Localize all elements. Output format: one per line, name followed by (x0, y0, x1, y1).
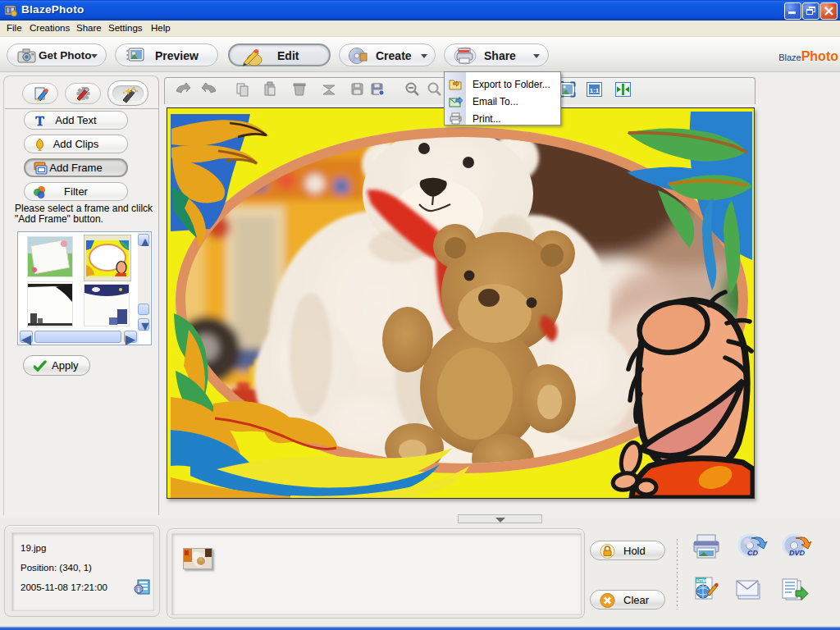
svg-text:1:1: 1:1 (590, 87, 600, 94)
svg-text:i: i (138, 586, 140, 594)
svg-text:CD: CD (747, 549, 758, 557)
svg-text:HTM: HTM (696, 578, 706, 583)
svg-text:T: T (35, 114, 44, 128)
svg-text:DVD: DVD (789, 549, 806, 557)
